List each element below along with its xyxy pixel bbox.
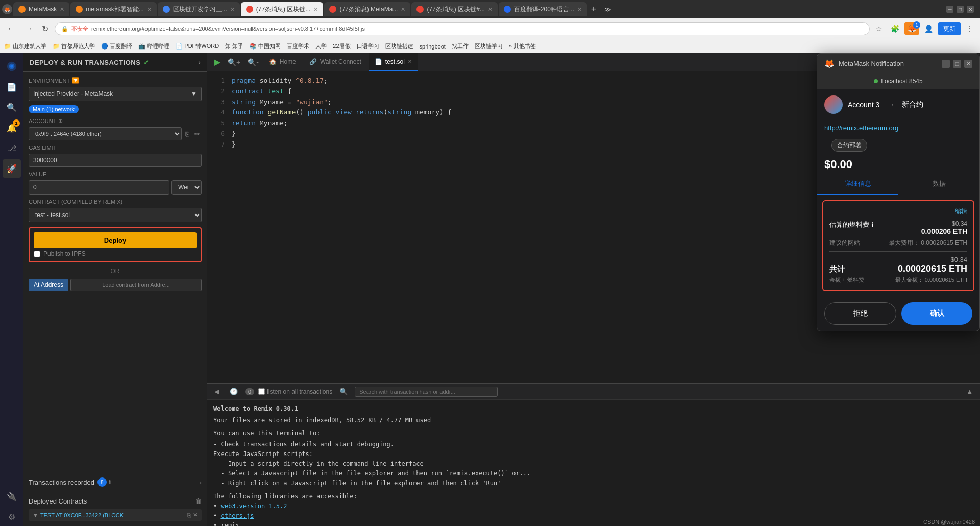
browser-tab-7[interactable]: 百度翻译-200种语言... ✕ <box>499 2 587 16</box>
mm-close-button[interactable]: ✕ <box>964 60 972 68</box>
run-button[interactable]: ▶ <box>211 55 224 69</box>
web3-link[interactable]: web3.version 1.5.2 <box>220 503 287 510</box>
plugins-sidebar-btn[interactable]: 🔌 <box>3 487 21 506</box>
bookmark-summer[interactable]: 22暑假 <box>333 42 350 50</box>
zoom-out-button[interactable]: 🔍- <box>244 56 262 68</box>
zoom-in-button[interactable]: 🔍+ <box>225 56 243 68</box>
account-section: ACCOUNT ⊕ 0x9f9...2464e (4180 ether) ⎘ ✏ <box>29 117 202 140</box>
bookmark-more[interactable]: » 其他书签 <box>509 42 536 50</box>
terminal-expand-btn[interactable]: ▲ <box>963 386 976 397</box>
update-button[interactable]: 更新 <box>938 22 961 35</box>
new-tab-button[interactable]: + <box>588 4 600 15</box>
terminal-content[interactable]: Welcome to Remix 0.30.1 Your files are s… <box>207 400 980 526</box>
trash-icon[interactable]: 🗑 <box>195 497 202 505</box>
publish-ipfs-checkbox[interactable] <box>34 251 40 257</box>
bookmark-university[interactable]: 大学 <box>315 42 327 50</box>
terminal-arrow-left[interactable]: ◀ <box>211 386 223 397</box>
mm-edit-link[interactable]: 编辑 <box>829 207 967 216</box>
mm-tab-details[interactable]: 详细信息 <box>817 174 898 195</box>
bookmark-blockchain-learn[interactable]: 区块链学习 <box>475 42 503 50</box>
gas-limit-input[interactable]: 3000000 <box>29 154 202 167</box>
bookmark-cnki[interactable]: 📚 中国知网 <box>250 42 281 50</box>
account-select[interactable]: 0x9f9...2464e (4180 ether) <box>29 127 182 140</box>
address-bar[interactable]: 🔒 不安全 remix.ethereum.org/#optimize=false… <box>55 22 870 35</box>
profile-button[interactable]: 👤 <box>921 22 936 35</box>
bookmark-button[interactable]: ☆ <box>873 22 886 35</box>
maximize-button[interactable]: □ <box>957 6 964 13</box>
tab-more-button[interactable]: ≫ <box>600 6 616 13</box>
refresh-button[interactable]: ↻ <box>39 22 52 36</box>
deployed-contract-item[interactable]: ▼ TEST AT 0XC0F...33422 (BLOCK ⎘ ✕ <box>29 509 202 521</box>
browser-tab-metamask[interactable]: MetaMask ✕ <box>13 2 69 16</box>
value-input[interactable]: 0 <box>29 180 169 195</box>
tab-close-icon[interactable]: ✕ <box>577 6 582 13</box>
bookmark-bili[interactable]: 📺 哔哩哔哩 <box>138 42 169 50</box>
bookmarks-bar: 📁 山东建筑大学 📁 首都师范大学 🔵 百度翻译 📺 哔哩哔哩 📄 PDF转WO… <box>0 39 980 53</box>
files-sidebar-btn[interactable]: 📄 <box>3 78 21 96</box>
environment-select[interactable]: Injected Provider - MetaMask ▼ <box>29 87 202 101</box>
tab-close-icon[interactable]: ✕ <box>401 6 405 13</box>
tab-close-icon[interactable]: ✕ <box>313 6 318 13</box>
tab-close-icon[interactable]: ✕ <box>60 6 64 13</box>
tab-close-icon[interactable]: ✕ <box>147 6 152 13</box>
deployed-close-icon[interactable]: ✕ <box>193 512 198 518</box>
mm-tab-data[interactable]: 数据 <box>898 174 979 195</box>
tab-home[interactable]: 🏠 Home <box>263 53 302 71</box>
tab-close-icon[interactable]: ✕ <box>408 59 412 64</box>
browser-tab-5[interactable]: (77条消息) MetaMa... ✕ <box>324 2 410 16</box>
bookmark-pdf[interactable]: 📄 PDF转WORD <box>176 42 219 50</box>
bookmark-shida[interactable]: 📁 首都师范大学 <box>53 42 95 50</box>
load-contract-button[interactable]: Load contract from Addre... <box>70 279 202 291</box>
browser-tab-2[interactable]: metamask部署智能... ✕ <box>70 2 156 16</box>
transactions-row[interactable]: Transactions recorded 8 ℹ › <box>23 472 207 492</box>
bookmark-oral[interactable]: 口语学习 <box>357 42 379 50</box>
tab-close-icon[interactable]: ✕ <box>230 6 235 13</box>
bookmark-shandong[interactable]: 📁 山东建筑大学 <box>4 42 46 50</box>
deploy-collapse-button[interactable]: › <box>198 58 201 66</box>
settings-button[interactable]: ⋮ <box>963 22 976 35</box>
close-button[interactable]: ✕ <box>967 6 974 13</box>
git-sidebar-btn[interactable]: ⎇ <box>3 139 21 157</box>
mm-site-url: http://remix.ethereum.org <box>817 120 979 136</box>
mm-maximize-button[interactable]: □ <box>953 60 961 68</box>
deploy-sidebar-btn[interactable]: 🚀 <box>3 159 21 178</box>
tab-test-sol[interactable]: 📄 test.sol ✕ <box>369 53 418 71</box>
back-button[interactable]: ← <box>4 22 18 35</box>
settings-sidebar-btn[interactable]: ⚙ <box>3 508 21 526</box>
minimize-button[interactable]: ─ <box>946 6 953 13</box>
deployed-copy-icon[interactable]: ⎘ <box>187 512 191 518</box>
value-unit-select[interactable]: Wei <box>172 180 202 195</box>
deploy-button[interactable]: Deploy <box>34 232 197 248</box>
tab-wallet-connect[interactable]: 🔗 Wallet Connect <box>303 53 368 71</box>
ethers-link[interactable]: ethers.js <box>220 512 254 519</box>
terminal-search-input[interactable] <box>355 387 498 397</box>
bookmark-jobs[interactable]: 找工作 <box>452 42 469 50</box>
contract-label: CONTRACT (Compiled by Remix) <box>29 199 202 205</box>
extensions-button[interactable]: 🧩 <box>888 22 902 35</box>
bookmark-baidu-academic[interactable]: 百度学术 <box>287 42 309 50</box>
contract-select[interactable]: test - test.sol <box>29 208 202 222</box>
forward-button[interactable]: → <box>21 22 36 35</box>
tab-close-icon[interactable]: ✕ <box>488 6 493 13</box>
transactions-arrow-icon: › <box>200 479 202 486</box>
notifications-sidebar-btn[interactable]: 🔔 1 <box>3 118 21 137</box>
mm-reject-button[interactable]: 拒绝 <box>824 302 896 325</box>
terminal-clock-icon[interactable]: 🕐 <box>227 386 241 397</box>
mm-fee-label-container: 估算的燃料费 ℹ <box>829 220 874 229</box>
terminal-search-btn[interactable]: 🔍 <box>336 386 351 397</box>
mm-minimize-button[interactable]: ─ <box>942 60 950 68</box>
mm-confirm-button[interactable]: 确认 <box>901 302 972 325</box>
edit-account-button[interactable]: ✏ <box>193 129 202 139</box>
browser-tab-4-active[interactable]: (77条消息) 区块链... ✕ <box>241 2 324 16</box>
copy-account-button[interactable]: ⎘ <box>184 129 191 139</box>
search-sidebar-btn[interactable]: 🔍 <box>3 98 21 116</box>
account-plus-icon[interactable]: ⊕ <box>58 117 63 124</box>
browser-tab-6[interactable]: (77条消息) 区块链#... ✕ <box>411 2 497 16</box>
bookmark-translate[interactable]: 🔵 百度翻译 <box>101 42 132 50</box>
browser-tab-3[interactable]: 区块链开发学习三... ✕ <box>158 2 240 16</box>
bookmark-blockchain[interactable]: 区块链搭建 <box>385 42 413 50</box>
bookmark-zhihu[interactable]: 知 知乎 <box>225 42 243 50</box>
bookmark-spring[interactable]: springboot <box>420 43 446 50</box>
listen-checkbox[interactable] <box>258 388 265 395</box>
at-address-button[interactable]: At Address <box>29 279 68 291</box>
